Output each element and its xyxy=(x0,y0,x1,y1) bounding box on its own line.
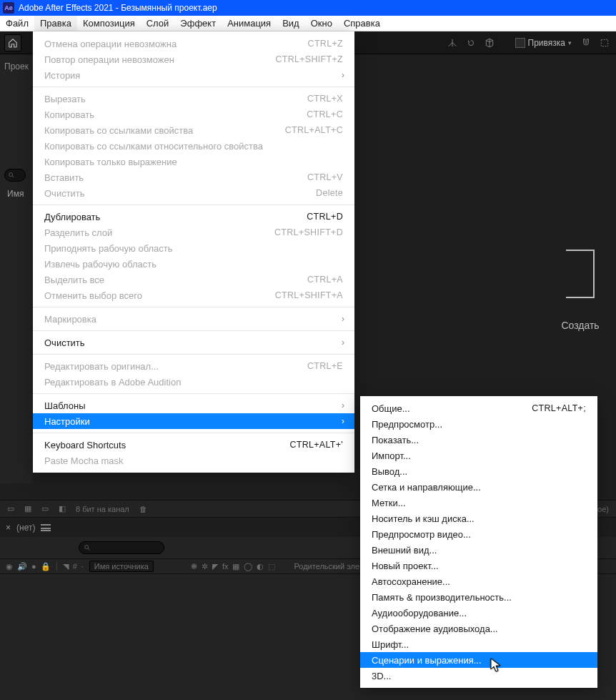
prefs-шрифт[interactable]: Шрифт... xyxy=(360,636,597,652)
titlebar: Ae Adobe After Effects 2021 - Безымянный… xyxy=(0,0,616,16)
prefs-носитель-и-кэш-диска[interactable]: Носитель и кэш диска... xyxy=(360,511,597,526)
cube-icon[interactable] xyxy=(482,36,497,50)
motion-blur-icon[interactable]: ◯ xyxy=(244,562,252,571)
project-name-column[interactable]: Имя xyxy=(7,189,24,199)
menuitem-label: Автосохранение... xyxy=(372,576,450,587)
prefs-метки[interactable]: Метки... xyxy=(360,495,597,511)
welcome-hero: Создать xyxy=(545,197,616,383)
home-icon[interactable] xyxy=(4,34,21,51)
separator xyxy=(33,307,354,307)
prefs-предпросмотр-видео[interactable]: Предпросмотр видео... xyxy=(360,526,597,542)
prefs-сетка-и-направляющие[interactable]: Сетка и направляющие... xyxy=(360,479,597,495)
menu-анимация[interactable]: Анимация xyxy=(222,16,277,31)
panel-menu-icon[interactable] xyxy=(41,524,51,531)
prefs-сценарии-и-выражения[interactable]: Сценарии и выражения... xyxy=(360,652,597,668)
bounds-icon[interactable] xyxy=(597,36,612,50)
window-title: Adobe After Effects 2021 - Безымянный пр… xyxy=(19,3,217,13)
menuitem-label: Копировать xyxy=(44,109,94,120)
solo-icon[interactable]: ● xyxy=(31,562,36,571)
menuitem-разделить-слой: Разделить слойCTRL+SHIFT+D xyxy=(33,225,354,240)
close-icon[interactable]: × xyxy=(6,523,11,533)
timeline-search[interactable] xyxy=(79,541,164,554)
eye-icon[interactable]: ◉ xyxy=(6,562,13,571)
fx-icon[interactable]: fx xyxy=(222,562,229,571)
prefs-новый-проект[interactable]: Новый проект... xyxy=(360,558,597,573)
prefs-3d[interactable]: 3D... xyxy=(360,668,597,684)
menuitem-label: Метки... xyxy=(372,498,406,508)
menu-файл[interactable]: Файл xyxy=(0,16,34,31)
quality-icon[interactable]: ◤ xyxy=(212,562,218,571)
menuitem-дублировать[interactable]: ДублироватьCTRL+D xyxy=(33,209,354,225)
menuitem-shortcut: CTRL+Z xyxy=(308,39,343,49)
prefs-автосохранение[interactable]: Автосохранение... xyxy=(360,573,597,589)
menuitem-label: Общие... xyxy=(372,403,410,414)
menuitem-редактировать-оригинал: Редактировать оригинал...CTRL+E xyxy=(33,358,354,374)
create-button-label[interactable]: Создать xyxy=(561,320,599,331)
magnet-icon[interactable] xyxy=(579,36,593,50)
prefs-память-производительность[interactable]: Память & производительность... xyxy=(360,589,597,605)
prefs-отображение-аудиовыхода[interactable]: Отображение аудиовыхода... xyxy=(360,621,597,636)
prefs-импорт[interactable]: Импорт... xyxy=(360,448,597,463)
tag-icon[interactable]: ◥ xyxy=(63,562,69,571)
project-search[interactable] xyxy=(4,169,26,182)
menuitem-label: История xyxy=(44,70,80,81)
adjustment-icon[interactable]: ◐ xyxy=(257,562,264,571)
menuitem-label: Вставить xyxy=(44,172,84,183)
menuitem-шаблоны[interactable]: Шаблоны› xyxy=(33,398,354,413)
adjust-icon[interactable]: ◧ xyxy=(56,504,69,513)
axis-icon[interactable] xyxy=(445,36,459,50)
menu-окно[interactable]: Окно xyxy=(305,16,338,31)
collapse-icon[interactable]: ✲ xyxy=(202,562,208,571)
prefs-показать[interactable]: Показать... xyxy=(360,432,597,448)
chevron-down-icon: ▾ xyxy=(568,39,572,46)
prefs-предпросмотр[interactable]: Предпросмотр... xyxy=(360,416,597,432)
menuitem-label: Импорт... xyxy=(372,450,411,461)
search-icon xyxy=(8,172,15,179)
menuitem-label: Носитель и кэш диска... xyxy=(372,513,475,524)
menu-композиция[interactable]: Композиция xyxy=(77,16,141,31)
menuitem-keyboard-shortcuts[interactable]: Keyboard ShortcutsCTRL+ALT+' xyxy=(33,437,354,453)
dot-icon[interactable]: · xyxy=(81,562,84,571)
menu-слой[interactable]: Слой xyxy=(141,16,175,31)
speaker-icon[interactable]: 🔊 xyxy=(17,562,27,571)
new-comp-icon[interactable]: ▦ xyxy=(21,504,34,513)
rotate-icon[interactable] xyxy=(464,36,478,50)
prefs-общие[interactable]: Общие...CTRL+ALT+; xyxy=(360,400,597,416)
menuitem-label: Вывод... xyxy=(372,466,407,477)
prefs-вывод[interactable]: Вывод... xyxy=(360,463,597,479)
shy-icon[interactable]: ❋ xyxy=(191,562,197,571)
menuitem-очистить[interactable]: Очистить› xyxy=(33,335,354,350)
lock-icon[interactable]: 🔒 xyxy=(41,562,51,571)
new-folder-icon[interactable]: ▭ xyxy=(39,504,51,513)
menuitem-редактировать-в-adobe-audition: Редактировать в Adobe Audition xyxy=(33,374,354,390)
new-comp-icon[interactable] xyxy=(566,250,595,298)
prefs-аудиооборудование[interactable]: Аудиооборудование... xyxy=(360,605,597,621)
menuitem-label: Вырезать xyxy=(44,94,86,104)
menuitem-label: Редактировать оригинал... xyxy=(44,361,159,372)
menuitem-label: Новый проект... xyxy=(372,561,439,571)
source-name-column[interactable]: Имя источника xyxy=(89,561,154,572)
folder-icon[interactable]: ▭ xyxy=(4,504,17,513)
menuitem-извлечь-рабочую-область: Извлечь рабочую область xyxy=(33,256,354,272)
menu-справка[interactable]: Справка xyxy=(338,16,386,31)
svg-point-2 xyxy=(85,546,89,549)
menuitem-приподнять-рабочую-область: Приподнять рабочую область xyxy=(33,240,354,256)
snap-toggle[interactable]: Привязка ▾ xyxy=(512,38,575,48)
menuitem-label: Настройки xyxy=(44,416,90,427)
trash-icon[interactable]: 🗑 xyxy=(136,505,150,513)
menu-правка[interactable]: Правка xyxy=(34,16,77,31)
menu-вид[interactable]: Вид xyxy=(277,16,305,31)
preferences-submenu: Общие...CTRL+ALT+;Предпросмотр...Показат… xyxy=(360,396,597,688)
bits-label[interactable]: 8 бит на канал xyxy=(73,505,132,513)
menuitem-label: Повтор операции невозможен xyxy=(44,54,174,65)
search-icon xyxy=(84,544,91,551)
prefs-внешний-вид[interactable]: Внешний вид... xyxy=(360,542,597,558)
menuitem-вставить: ВставитьCTRL+V xyxy=(33,169,354,185)
timeline-tab[interactable]: (нет) xyxy=(16,523,35,533)
3d-icon[interactable]: ⬚ xyxy=(268,562,275,571)
frame-blend-icon[interactable]: ▦ xyxy=(232,562,239,571)
app-icon: Ae xyxy=(3,2,14,14)
menu-эффект[interactable]: Эффект xyxy=(174,16,222,31)
menuitem-настройки[interactable]: Настройки› xyxy=(33,413,354,429)
hash-icon[interactable]: # xyxy=(73,562,77,571)
